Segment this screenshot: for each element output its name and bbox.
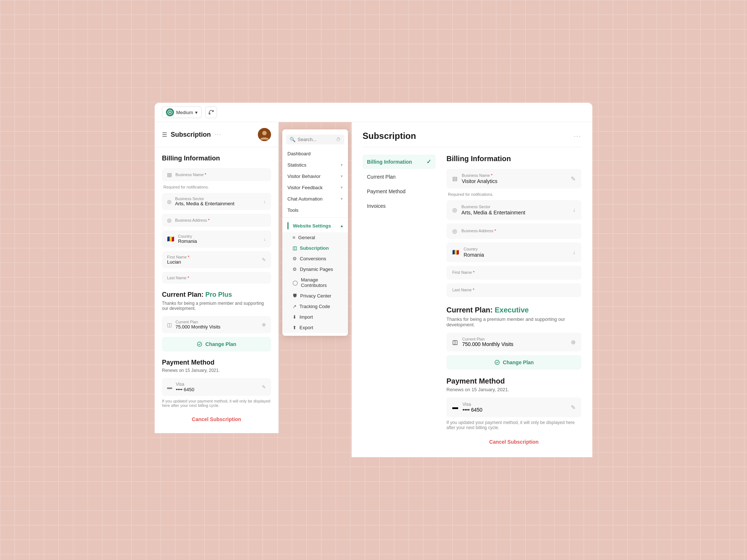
right-business-name-edit-icon[interactable]: ✎ bbox=[571, 175, 576, 182]
right-panel-header: Subscription ··· bbox=[363, 131, 581, 147]
right-building-icon: ▤ bbox=[452, 175, 457, 182]
left-panel-title: Subscription bbox=[171, 131, 211, 139]
submenu-item-export[interactable]: ⬆ Export bbox=[282, 322, 348, 333]
payment-section: Payment Method Renews on 15 January, 202… bbox=[162, 359, 271, 426]
right-last-name-field: Last Name * bbox=[446, 283, 581, 297]
menu-item-visitor-feedback[interactable]: Visitor Feedback ▾ bbox=[282, 182, 348, 193]
submenu-item-subscription[interactable]: ◫ Subscription bbox=[282, 243, 348, 253]
right-country-action-icon[interactable]: ↓ bbox=[573, 249, 576, 256]
plan-description: Thanks for being a premium member and su… bbox=[162, 301, 271, 311]
right-business-name-field: ▤ Business Name * Visitor Analytics ✎ bbox=[446, 169, 581, 188]
right-plan-visits-value: 750.000 Monthly Visits bbox=[462, 341, 514, 347]
export-icon: ⬆ bbox=[293, 325, 297, 330]
change-plan-button[interactable]: Change Plan bbox=[162, 337, 271, 351]
right-change-plan-button[interactable]: Change Plan bbox=[446, 355, 581, 370]
card-edit-icon[interactable]: ✎ bbox=[262, 384, 266, 390]
avatar bbox=[258, 128, 271, 141]
right-card-number: •••• 6450 bbox=[462, 407, 483, 413]
country-action-icon[interactable]: ↓ bbox=[264, 236, 266, 242]
chevron-down-icon: ▾ bbox=[195, 110, 198, 115]
privacy-icon: ⛊ bbox=[293, 293, 297, 299]
contributors-icon: ◯ bbox=[293, 280, 298, 285]
right-sidebar-nav: Billing Information ✓ Current Plan Payme… bbox=[363, 155, 436, 448]
right-business-sector-field: ◎ Business Sector Arts, Media & Entertai… bbox=[446, 200, 581, 220]
right-payment-title: Payment Method bbox=[446, 377, 581, 385]
more-options-icon[interactable]: ··· bbox=[214, 131, 221, 138]
plan-add-icon[interactable]: ⊕ bbox=[262, 322, 266, 327]
right-plan-section: Current Plan: Executive Thanks for being… bbox=[446, 306, 581, 370]
submenu-item-privacy-center[interactable]: ⛊ Privacy Center bbox=[282, 291, 348, 301]
menu-item-visitor-behavior[interactable]: Visitor Behavior ▾ bbox=[282, 171, 348, 182]
right-sector-action-icon[interactable]: ↓ bbox=[573, 207, 576, 213]
first-name-edit-icon[interactable]: ✎ bbox=[262, 257, 266, 262]
country-value: Romania bbox=[178, 238, 264, 244]
submenu-section: ≡ General ◫ Subscription ⚙ Conversions ⚙… bbox=[282, 232, 348, 333]
right-content: Billing Information ✓ Current Plan Payme… bbox=[363, 155, 581, 448]
right-more-options-icon[interactable]: ··· bbox=[574, 132, 581, 140]
submenu-item-general[interactable]: ≡ General bbox=[282, 232, 348, 243]
device-icon bbox=[166, 108, 174, 116]
general-icon: ≡ bbox=[293, 235, 295, 240]
card-brand: Visa bbox=[176, 382, 194, 387]
menu-item-chat-automation[interactable]: Chat Automation ▾ bbox=[282, 193, 348, 205]
right-first-name-field: First Name * bbox=[446, 266, 581, 280]
right-card-note: If you updated your payment method, it w… bbox=[446, 420, 581, 430]
submenu-item-manage-contributors[interactable]: ◯ Manage Contributors bbox=[282, 275, 348, 291]
menu-item-website-settings[interactable]: Website Settings ▴ bbox=[282, 219, 348, 232]
business-address-field: ◎ Business Address * bbox=[162, 214, 271, 227]
visitor-feedback-chevron: ▾ bbox=[341, 185, 343, 190]
building-icon: ▤ bbox=[167, 172, 172, 178]
device-selector[interactable]: Medium ▾ bbox=[162, 106, 202, 118]
visitor-behavior-chevron: ▾ bbox=[341, 174, 343, 179]
billing-check-icon: ✓ bbox=[426, 158, 431, 165]
submenu-item-import[interactable]: ⬇ Import bbox=[282, 312, 348, 322]
right-flag-icon: 🇷🇴 bbox=[452, 249, 459, 256]
sector-icon: ◎ bbox=[167, 199, 171, 205]
right-address-icon: ◎ bbox=[452, 228, 457, 234]
payment-title: Payment Method bbox=[162, 359, 271, 366]
submenu-item-tracking-code[interactable]: ↗ Tracking Code bbox=[282, 301, 348, 312]
top-bar: Medium ▾ bbox=[155, 103, 592, 122]
right-nav-billing[interactable]: Billing Information ✓ bbox=[363, 155, 436, 169]
submenu-item-conversions[interactable]: ⚙ Conversions bbox=[282, 253, 348, 264]
right-nav-invoices[interactable]: Invoices bbox=[363, 199, 436, 213]
dynamic-pages-icon: ⚙ bbox=[293, 267, 297, 272]
right-card-edit-icon[interactable]: ✎ bbox=[571, 404, 576, 411]
refresh-button[interactable] bbox=[205, 106, 217, 118]
plan-title: Current Plan: Pro Plus bbox=[162, 291, 271, 299]
sector-action-icon[interactable]: ↓ bbox=[264, 199, 266, 204]
right-panel-title: Subscription bbox=[363, 131, 416, 141]
menu-item-tools[interactable]: Tools bbox=[282, 205, 348, 216]
clock-icon[interactable]: ⏱ bbox=[336, 137, 341, 142]
first-name-value: Lucian bbox=[167, 259, 262, 265]
svg-point-2 bbox=[262, 131, 267, 135]
right-payment-section: Payment Method Renews on 15 January, 202… bbox=[446, 377, 581, 448]
menu-item-dashboard[interactable]: Dashboard bbox=[282, 148, 348, 159]
conversions-icon: ⚙ bbox=[293, 256, 297, 261]
right-card-brand: Visa bbox=[462, 402, 483, 407]
business-sector-field: ◎ Business Sector Arts, Media & Entertai… bbox=[162, 193, 271, 210]
right-nav-current-plan[interactable]: Current Plan bbox=[363, 170, 436, 183]
search-input[interactable] bbox=[298, 137, 334, 142]
header-left: ☰ Subscription ··· bbox=[162, 131, 221, 139]
right-plan-title: Current Plan: Executive bbox=[446, 306, 581, 314]
search-icon: 🔍 bbox=[290, 137, 295, 142]
right-country-value: Romania bbox=[464, 252, 484, 258]
left-panel-content: Billing Information ▤ Business Name * Re… bbox=[155, 147, 278, 433]
menu-item-statistics[interactable]: Statistics ▾ bbox=[282, 159, 348, 171]
right-required-note: Required for notifications. bbox=[446, 192, 581, 197]
cancel-subscription-button[interactable]: Cancel Subscription bbox=[162, 413, 271, 426]
hamburger-icon[interactable]: ☰ bbox=[162, 131, 167, 138]
right-cancel-subscription-button[interactable]: Cancel Subscription bbox=[446, 435, 581, 448]
right-plan-add-icon[interactable]: ⊕ bbox=[571, 339, 576, 346]
right-sector-value: Arts, Media & Entertainment bbox=[461, 210, 525, 215]
payment-card: ▬ Visa •••• 6450 ✎ bbox=[162, 378, 271, 396]
business-name-field: ▤ Business Name * bbox=[162, 168, 271, 181]
device-label: Medium bbox=[176, 110, 193, 115]
right-nav-payment[interactable]: Payment Method bbox=[363, 185, 436, 198]
submenu-item-dynamic-pages[interactable]: ⚙ Dynamic Pages bbox=[282, 264, 348, 275]
right-plan-box: ◫ Current Plan 750.000 Monthly Visits ⊕ bbox=[446, 332, 581, 351]
address-icon: ◎ bbox=[167, 217, 171, 223]
card-number: •••• 6450 bbox=[176, 387, 194, 392]
subscription-icon: ◫ bbox=[293, 245, 297, 251]
